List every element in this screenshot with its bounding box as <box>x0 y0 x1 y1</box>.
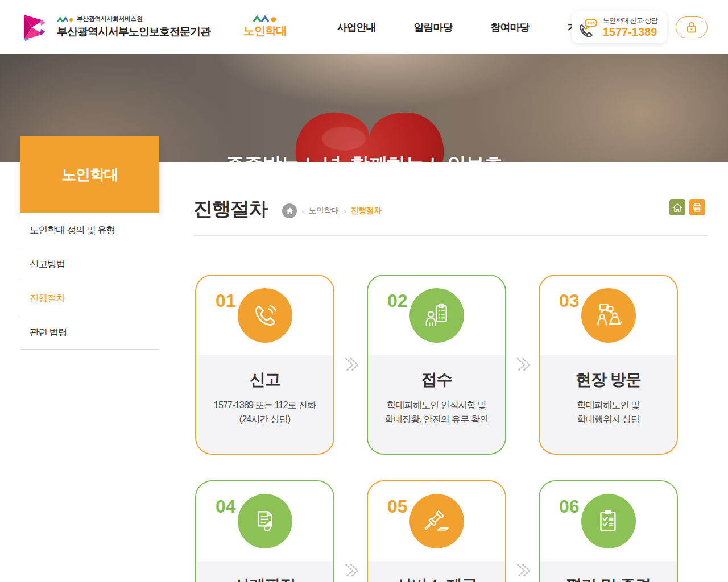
step-number: 05 <box>387 496 408 517</box>
sidebar-title-box: 노인학대 <box>20 136 159 213</box>
step-icon-circle <box>410 288 464 343</box>
nav-item-business[interactable]: 사업안내 <box>318 20 395 34</box>
step-title: 신고 <box>250 369 280 390</box>
step-number: 06 <box>559 496 580 517</box>
cards-row-1: 01 신고 1577-1389 또는 112로 전화 (24시간 상담) <box>195 275 708 455</box>
card-top: 05 <box>368 481 505 561</box>
home-button[interactable] <box>669 199 685 215</box>
procedure-cards: 01 신고 1577-1389 또는 112로 전화 (24시간 상담) <box>193 275 708 582</box>
sidebar-menu: 노인학대 정의 및 유형 신고방법 진행절차 관련 법령 <box>20 213 159 350</box>
quick-buttons <box>669 199 705 215</box>
card-top: 01 <box>196 276 333 355</box>
card-body: 서비스 제공 <box>368 561 505 582</box>
card-body: 평가 및 종결 <box>540 561 677 582</box>
org-name: 부산광역시서부노인보호전문기관 <box>57 24 210 39</box>
contact-phone-number: 1577-1389 <box>603 26 657 39</box>
step-description: 학대피해노인 인적사항 및 학대정황, 안전의 유무 확인 <box>385 398 489 427</box>
card-top: 03 <box>540 276 677 355</box>
home-icon <box>286 207 293 214</box>
gavel-icon <box>423 507 451 535</box>
print-button[interactable] <box>689 199 705 215</box>
step-card-field-visit[interactable]: 03 <box>539 275 678 455</box>
step-icon-circle <box>581 288 636 343</box>
header-right: 노인학대 신고·상담 1577-1389 <box>572 0 708 54</box>
page: 부산광역시사회서비스원 부산광역시서부노인보호전문기관 노인학대 사업안내 알림… <box>0 0 728 582</box>
lock-icon <box>686 22 697 33</box>
page-title-row: 진행절차 › 노인학대 › 진행절차 <box>193 195 708 223</box>
site-tag-logo[interactable]: 노인학대 <box>243 15 287 39</box>
cards-row-2: 04 사례판정 <box>195 480 708 582</box>
card-top: 06 <box>540 481 677 561</box>
sidebar-item-related-laws[interactable]: 관련 법령 <box>20 315 159 350</box>
step-icon-circle <box>410 494 464 548</box>
arrow-cell <box>506 480 539 582</box>
step-card-reception[interactable]: 02 <box>367 275 506 455</box>
home-icon <box>673 203 682 212</box>
arrow-cell <box>334 480 367 582</box>
step-card-service[interactable]: 05 <box>367 480 506 582</box>
arrow-cell <box>334 275 367 455</box>
person-clipboard-icon <box>423 301 451 330</box>
header: 부산광역시사회서비스원 부산광역시서부노인보호전문기관 노인학대 사업안내 알림… <box>0 0 728 54</box>
chevron-right-icon <box>513 561 532 580</box>
service-name-line: 부산광역시사회서비스원 <box>57 15 210 23</box>
step-card-evaluation[interactable]: 06 평가 및 <box>539 480 678 582</box>
nav-item-participation[interactable]: 참여마당 <box>471 20 548 34</box>
step-number: 02 <box>387 290 408 311</box>
step-title: 평가 및 종결 <box>566 575 651 582</box>
sidebar-item-definition[interactable]: 노인학대 정의 및 유형 <box>20 213 159 247</box>
breadcrumb-home-button[interactable] <box>282 203 297 218</box>
sidebar: 노인학대 노인학대 정의 및 유형 신고방법 진행절차 관련 법령 <box>20 136 159 350</box>
org-logo-texts: 부산광역시사회서비스원 부산광역시서부노인보호전문기관 <box>57 15 210 39</box>
carets-icon <box>253 15 278 23</box>
step-title: 접수 <box>421 369 452 390</box>
breadcrumb-separator: › <box>344 207 346 215</box>
main-content: 진행절차 › 노인학대 › 진행절차 <box>193 162 708 582</box>
sidebar-item-report-method[interactable]: 신고방법 <box>20 247 159 281</box>
chevron-right-icon <box>341 355 361 375</box>
sidebar-item-procedure[interactable]: 진행절차 <box>20 281 159 315</box>
step-title: 서비스 제공 <box>396 575 477 582</box>
org-logo[interactable]: 부산광역시사회서비스원 부산광역시서부노인보호전문기관 <box>20 13 210 41</box>
arrow-cell <box>506 275 539 455</box>
title-divider <box>193 235 708 236</box>
document-hand-icon <box>251 507 279 535</box>
step-card-report[interactable]: 01 신고 1577-1389 또는 112로 전화 (24시간 상담) <box>195 275 334 455</box>
chevron-right-icon <box>513 355 532 375</box>
report-contact-box[interactable]: 노인학대 신고·상담 1577-1389 <box>572 11 667 43</box>
site-tag-label: 노인학대 <box>243 23 287 39</box>
step-card-case-judgement[interactable]: 04 사례판정 <box>195 480 334 582</box>
breadcrumb-separator: › <box>301 207 304 215</box>
card-top: 02 <box>368 276 505 355</box>
card-body: 신고 1577-1389 또는 112로 전화 (24시간 상담) <box>196 355 333 454</box>
phone-icon <box>251 301 279 330</box>
step-icon-circle <box>238 494 292 548</box>
step-number: 03 <box>559 290 580 311</box>
step-description: 1577-1389 또는 112로 전화 (24시간 상담) <box>214 398 316 427</box>
breadcrumb: › 노인학대 › 진행절차 <box>282 203 382 218</box>
contact-label: 노인학대 신고·상담 <box>603 16 657 26</box>
card-body: 사례판정 <box>196 561 333 582</box>
contact-texts: 노인학대 신고·상담 1577-1389 <box>603 16 657 39</box>
step-description: 학대피해노인 및 학대행위자 상담 <box>577 398 639 427</box>
step-title: 사례판정 <box>234 575 296 582</box>
card-body: 현장 방문 학대피해노인 및 학대행위자 상담 <box>540 355 677 454</box>
step-number: 04 <box>216 496 236 517</box>
step-number: 01 <box>216 290 236 311</box>
login-lock-button[interactable] <box>676 16 708 38</box>
card-body: 접수 학대피해노인 인적사항 및 학대정황, 안전의 유무 확인 <box>368 355 505 454</box>
brand-b-logo-icon <box>20 13 52 41</box>
card-top: 04 <box>196 481 333 561</box>
step-icon-circle <box>581 494 636 548</box>
carets-icon <box>57 16 74 22</box>
printer-icon <box>693 203 702 212</box>
breadcrumb-item-parent[interactable]: 노인학대 <box>308 206 339 216</box>
sidebar-title: 노인학대 <box>61 165 118 185</box>
nav-item-news[interactable]: 알림마당 <box>395 20 471 34</box>
step-icon-circle <box>238 288 292 343</box>
step-title: 현장 방문 <box>576 369 641 390</box>
phone-chat-icon <box>578 18 598 37</box>
page-title: 진행절차 <box>193 196 267 222</box>
service-name: 부산광역시사회서비스원 <box>77 15 143 23</box>
checklist-icon <box>594 507 623 535</box>
